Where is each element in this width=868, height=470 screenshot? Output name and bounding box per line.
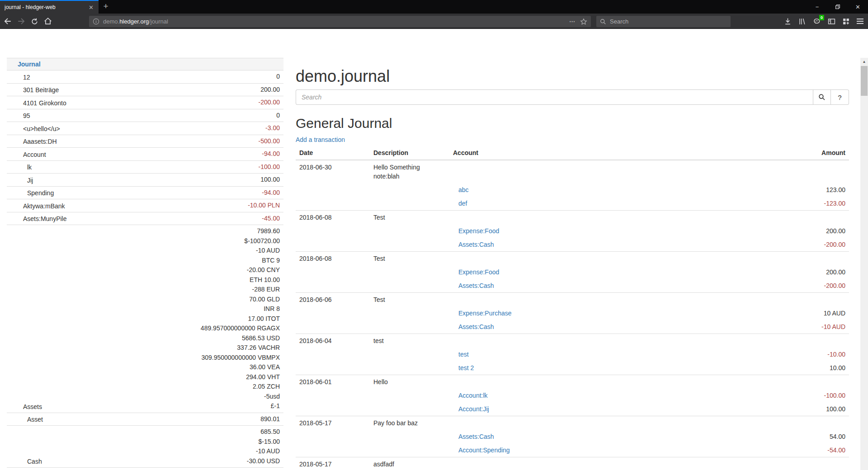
posting-account-link[interactable]: abc (458, 186, 469, 193)
posting-account-link[interactable]: Expense:Purchase (458, 310, 512, 317)
downloads-icon[interactable] (784, 18, 792, 25)
sidebar-journal-row[interactable]: Journal (7, 58, 283, 70)
sidebar-account-balance: -94.00 (262, 149, 283, 159)
sidebar-toggle-icon[interactable] (828, 18, 835, 25)
posting-account-link[interactable]: test 2 (458, 364, 474, 371)
tab-title: journal - hledger-web (5, 4, 86, 10)
new-tab-button[interactable]: + (99, 0, 113, 14)
sidebar-account-balance: 7989.60$-100720.00-10 AUDBTC 9-20.00 CNY… (201, 226, 283, 411)
balance-amount: 890.01 (260, 414, 280, 424)
accounts-sidebar: Journal 120301 Beiträge200.004101 Giroko… (7, 58, 283, 470)
forward-icon[interactable] (17, 17, 25, 25)
sidebar-account-link[interactable]: <u>hello</u> (7, 124, 60, 133)
journal-search-group: ? (296, 89, 849, 105)
home-icon[interactable] (44, 17, 52, 25)
posting-account-link[interactable]: def (458, 200, 467, 207)
search-help-button[interactable]: ? (831, 89, 849, 105)
sidebar-account-balance: 100.00 (260, 175, 283, 185)
tab-close-icon[interactable]: ✕ (86, 4, 96, 11)
url-bar[interactable]: demo.hledger.org/journal ⋯ (89, 16, 591, 27)
sidebar-account-link[interactable]: Asets:MunyPile (7, 214, 66, 223)
sidebar-account-link[interactable]: Asset (7, 415, 43, 424)
library-icon[interactable] (798, 18, 806, 25)
posting-account-link[interactable]: Assets:Cash (458, 433, 494, 440)
transaction-row: 2018-06-04testtest-10.00test 210.00 (296, 334, 849, 375)
balance-amount: -5usd (201, 392, 280, 402)
posting-account-link[interactable]: test (458, 351, 469, 358)
sidebar-account-balance: -100.00 (259, 162, 283, 172)
transaction-date: 2018-05-17 (296, 416, 370, 430)
extension-icon[interactable]: 0 (813, 17, 821, 25)
transaction-description: Hello Something note:blah (370, 160, 449, 183)
posting-account-link[interactable]: Assets:Cash (458, 323, 494, 330)
posting-account-link[interactable]: Expense:Food (458, 227, 499, 235)
main-panel: demo.journal ? General Journal Add a tra… (296, 58, 849, 470)
transactions-header-row: Date Description Account Amount (296, 146, 849, 160)
sidebar-account-link[interactable]: Spending (7, 188, 54, 197)
sidebar-account-row: lk-100.00 (7, 160, 283, 174)
sidebar-account-link[interactable]: 301 Beiträge (7, 85, 59, 94)
scrollbar-up-icon[interactable]: ▲ (860, 58, 868, 66)
sidebar-account-link[interactable]: 95 (7, 111, 30, 120)
sidebar-account-link[interactable]: Account (7, 150, 46, 159)
journal-nav-link[interactable]: Journal (7, 60, 41, 69)
page-scrollbar[interactable]: ▲ (860, 58, 868, 470)
browser-search-placeholder: Search (610, 18, 628, 25)
scrollbar-thumb[interactable] (861, 66, 868, 96)
sidebar-account-link[interactable]: 4101 Girokonto (7, 99, 66, 108)
transaction-description: Test (370, 252, 449, 265)
transaction-date: 2018-06-04 (296, 334, 370, 348)
menu-icon[interactable] (857, 19, 863, 24)
sidebar-account-row: Spending-94.00 (7, 186, 283, 199)
add-transaction-link[interactable]: Add a transaction (296, 136, 345, 143)
extension-badge: 0 (819, 15, 824, 20)
browser-search-field[interactable]: Search (596, 16, 731, 27)
journal-search-input[interactable] (296, 89, 813, 105)
sidebar-account-balance: -200.00 (259, 98, 283, 108)
transaction-row: 2018-05-17asdfadfssdf100.00tttt-100.00 (296, 457, 849, 470)
sidebar-account-link[interactable]: lk (7, 163, 32, 172)
sidebar-account-balance: -94.00 (262, 188, 283, 198)
transaction-date: 2018-06-08 (296, 211, 370, 224)
posting-account-cell: test (449, 348, 750, 361)
transaction-row: 2018-06-08TestExpense:Food200.00Assets:C… (296, 252, 849, 293)
sidebar-account-link[interactable]: Assets (7, 402, 42, 411)
posting-account-cell: Account:Jij (449, 402, 750, 416)
reload-icon[interactable] (31, 18, 38, 25)
transaction-row: 2018-06-08TestExpense:Food200.00Assets:C… (296, 211, 849, 252)
site-info-icon[interactable] (93, 18, 99, 25)
posting-account-link[interactable]: Assets:Cash (458, 241, 494, 248)
posting-account-link[interactable]: Account:lk (458, 392, 488, 399)
posting-account-link[interactable]: Assets:Cash (458, 282, 494, 289)
journal-search-button[interactable] (813, 89, 831, 105)
posting-account-cell: Account:Spending (449, 443, 750, 457)
window-close-button[interactable]: ✕ (848, 0, 868, 14)
posting-account-link[interactable]: Expense:Food (458, 268, 499, 276)
back-icon[interactable] (4, 17, 12, 25)
balance-amount: -500.00 (259, 136, 280, 146)
window-minimize-button[interactable]: − (807, 0, 827, 14)
browser-tab[interactable]: journal - hledger-web ✕ (0, 0, 99, 14)
posting-account-cell: Assets:Cash (449, 430, 750, 443)
sidebar-account-balance: 685.50$-15.00-10 AUD-30.00 USD (247, 427, 283, 466)
page-actions-icon[interactable]: ⋯ (569, 18, 576, 25)
balance-amount: 685.50 (247, 427, 280, 437)
bookmark-star-icon[interactable] (580, 18, 587, 25)
sidebar-account-link[interactable]: Cash (7, 457, 42, 466)
sidebar-account-balance: 890.01 (260, 414, 283, 424)
posting-account-cell: Assets:Cash (449, 320, 750, 334)
window-restore-button[interactable] (827, 0, 848, 14)
posting-account-cell: abc (449, 183, 750, 197)
sidebar-account-link[interactable]: Aktywa:mBank (7, 202, 65, 211)
posting-account-link[interactable]: Account:Spending (458, 446, 510, 454)
sidebar-account-link[interactable]: Aaasets:DH (7, 137, 57, 146)
sidebar-account-row: -117.00 (7, 467, 283, 470)
sidebar-account-row: 120 (7, 70, 283, 83)
sidebar-account-link[interactable]: 12 (7, 73, 30, 82)
posting-account-link[interactable]: Account:Jij (458, 405, 489, 413)
sidebar-account-link[interactable]: Jij (7, 176, 33, 185)
balance-amount: £-1 (201, 401, 280, 411)
transaction-description: Test (370, 293, 449, 306)
balance-amount: 200.00 (260, 85, 280, 95)
grid-plus-icon[interactable] (842, 18, 850, 25)
